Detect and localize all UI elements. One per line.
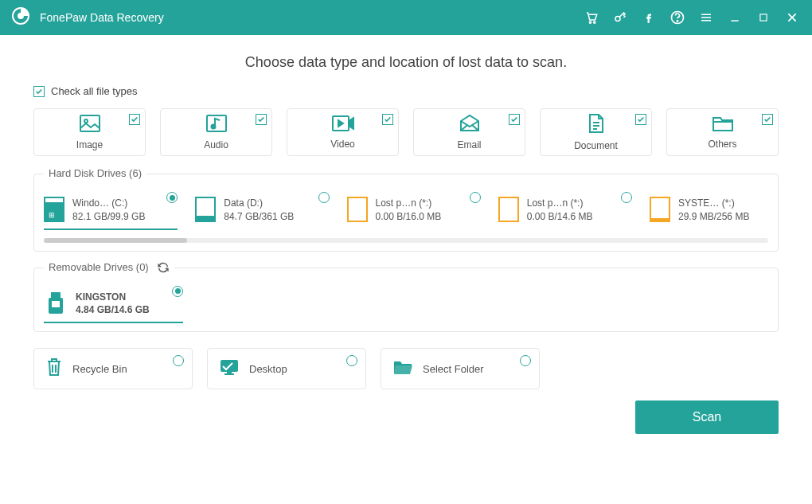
svg-rect-9 (207, 115, 226, 131)
location-label: Recycle Bin (72, 363, 127, 375)
quick-locations: Recycle Bin Desktop Select Folder (33, 348, 779, 389)
file-type-label: Image (76, 139, 103, 150)
drive-icon (347, 197, 368, 222)
svg-point-8 (84, 119, 88, 123)
location-radio[interactable] (346, 355, 357, 366)
file-type-image[interactable]: Image (33, 108, 146, 156)
key-icon[interactable] (611, 9, 629, 26)
windows-logo-icon: ⊞ (49, 211, 55, 219)
menu-icon[interactable] (697, 9, 715, 26)
titlebar-controls (583, 9, 801, 26)
titlebar: FonePaw Data Recovery (0, 0, 812, 35)
file-type-audio-checkbox[interactable] (256, 114, 267, 125)
drive-radio[interactable] (621, 192, 632, 203)
hdd-drive[interactable]: Lost p…n (*:)0.00 B/16.0 MB (347, 192, 481, 230)
location-recycle-bin[interactable]: Recycle Bin (33, 348, 193, 389)
drive-info: Windo… (C:)82.1 GB/99.9 GB (72, 197, 145, 224)
svg-point-5 (677, 21, 677, 21)
location-radio[interactable] (520, 355, 531, 366)
refresh-icon[interactable] (157, 261, 170, 274)
hdd-drive[interactable]: Lost p…n (*:)0.00 B/14.6 MB (498, 192, 632, 230)
svg-rect-16 (51, 300, 61, 308)
location-label: Select Folder (423, 363, 484, 375)
recycle-bin-icon (45, 357, 63, 381)
file-type-image-checkbox[interactable] (129, 114, 140, 125)
svg-rect-14 (57, 295, 58, 296)
file-type-audio[interactable]: Audio (160, 108, 272, 156)
app-logo-icon (11, 6, 30, 29)
hdd-list: ⊞ Windo… (C:)82.1 GB/99.9 GB Data (D:)84… (44, 186, 768, 230)
drive-radio[interactable] (470, 192, 481, 203)
drive-info: Lost p…n (*:)0.00 B/14.6 MB (527, 197, 593, 224)
video-icon (331, 115, 355, 135)
usb-icon (44, 291, 68, 316)
removable-section-title: Removable Drives (0) (44, 261, 174, 274)
svg-rect-7 (80, 115, 100, 131)
location-select-folder[interactable]: Select Folder (381, 348, 540, 389)
svg-point-2 (594, 21, 595, 23)
minimize-button[interactable] (726, 9, 744, 26)
file-type-label: Video (330, 139, 354, 150)
file-type-document[interactable]: Document (540, 108, 652, 156)
hdd-section: Hard Disk Drives (6) ⊞ Windo… (C:)82.1 G… (33, 174, 779, 252)
svg-rect-19 (224, 373, 234, 375)
main-content: Choose data type and location of lost da… (0, 35, 812, 434)
svg-point-1 (589, 21, 591, 23)
document-icon (588, 113, 605, 137)
drive-icon (195, 197, 216, 222)
location-radio[interactable] (173, 355, 184, 366)
scan-button[interactable]: Scan (635, 400, 779, 434)
image-icon (79, 114, 101, 136)
folder-icon (712, 115, 734, 135)
hdd-drive[interactable]: ⊞ Windo… (C:)82.1 GB/99.9 GB (44, 192, 178, 230)
drive-radio[interactable] (318, 192, 330, 203)
file-type-email[interactable]: Email (413, 108, 525, 156)
removable-list: KINGSTON4.84 GB/14.6 GB (44, 279, 768, 324)
folder-open-icon (392, 358, 413, 379)
file-type-label: Audio (204, 139, 228, 150)
file-type-others-checkbox[interactable] (762, 114, 773, 125)
file-type-video-checkbox[interactable] (382, 114, 393, 125)
check-all-row[interactable]: Check all file types (33, 85, 779, 97)
removable-drive[interactable]: KINGSTON4.84 GB/14.6 GB (44, 286, 183, 324)
titlebar-left: FonePaw Data Recovery (11, 6, 164, 29)
location-label: Desktop (249, 363, 287, 375)
file-type-label: Others (708, 139, 736, 150)
email-icon (459, 114, 481, 136)
desktop-icon (219, 358, 240, 379)
file-type-document-checkbox[interactable] (635, 114, 646, 125)
drive-radio[interactable] (172, 286, 183, 297)
facebook-icon[interactable] (640, 9, 658, 26)
hdd-drive[interactable]: Data (D:)84.7 GB/361 GB (195, 192, 329, 230)
help-icon[interactable] (669, 9, 686, 26)
hdd-scrollbar[interactable] (44, 238, 768, 243)
footer: Scan (33, 400, 779, 434)
file-type-label: Email (457, 139, 481, 150)
location-desktop[interactable]: Desktop (207, 348, 366, 389)
scrollbar-thumb[interactable] (44, 238, 187, 243)
check-all-checkbox[interactable] (33, 86, 45, 97)
hdd-drive[interactable]: SYSTE… (*:)29.9 MB/256 MB (650, 192, 768, 230)
file-type-label: Document (574, 140, 618, 151)
drive-radio[interactable] (166, 192, 178, 203)
drive-info: KINGSTON4.84 GB/14.6 GB (76, 291, 150, 318)
app-title: FonePaw Data Recovery (40, 11, 164, 24)
drive-icon: ⊞ (44, 197, 64, 222)
file-type-email-checkbox[interactable] (509, 114, 520, 125)
close-button[interactable] (783, 9, 801, 26)
hdd-section-title: Hard Disk Drives (6) (44, 167, 146, 179)
svg-rect-6 (760, 14, 767, 21)
drive-icon (650, 197, 670, 222)
svg-point-3 (615, 17, 620, 21)
cart-icon[interactable] (583, 9, 600, 26)
drive-info: SYSTE… (*:)29.9 MB/256 MB (678, 197, 749, 224)
removable-section: Removable Drives (0) KINGSTON4.84 GB/14.… (33, 268, 779, 333)
file-type-video[interactable]: Video (287, 108, 399, 156)
page-heading: Choose data type and location of lost da… (33, 54, 779, 71)
drive-info: Lost p…n (*:)0.00 B/16.0 MB (376, 197, 442, 224)
maximize-button[interactable] (755, 9, 772, 26)
drive-icon (498, 197, 519, 222)
svg-rect-13 (53, 295, 55, 296)
file-type-others[interactable]: Others (666, 108, 779, 156)
audio-icon (205, 114, 228, 136)
